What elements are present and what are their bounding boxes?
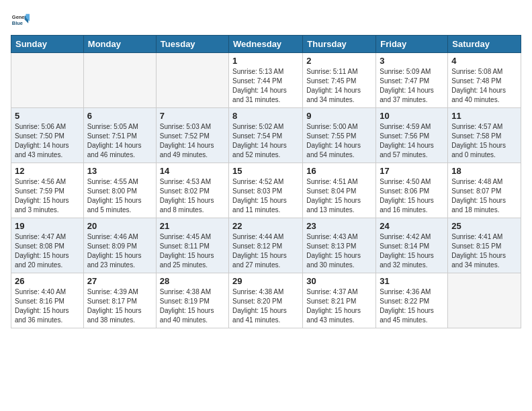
calendar-day-cell: 14Sunrise: 4:53 AM Sunset: 8:02 PM Dayli…: [156, 163, 228, 218]
calendar-day-cell: 21Sunrise: 4:45 AM Sunset: 8:11 PM Dayli…: [156, 218, 228, 273]
day-number: 16: [306, 166, 372, 176]
day-number: 8: [232, 111, 299, 121]
calendar-day-cell: 23Sunrise: 4:43 AM Sunset: 8:13 PM Dayli…: [303, 218, 376, 273]
logo-icon: General Blue: [11, 11, 30, 30]
day-number: 2: [306, 56, 372, 66]
day-number: 20: [87, 221, 152, 231]
day-info: Sunrise: 5:09 AM Sunset: 7:47 PM Dayligh…: [380, 67, 444, 105]
column-header-sunday: Sunday: [11, 36, 84, 53]
calendar-day-cell: 1Sunrise: 5:13 AM Sunset: 7:44 PM Daylig…: [229, 53, 303, 108]
day-info: Sunrise: 5:02 AM Sunset: 7:54 PM Dayligh…: [232, 122, 299, 160]
day-info: Sunrise: 4:59 AM Sunset: 7:56 PM Dayligh…: [380, 122, 444, 160]
calendar-day-cell: 18Sunrise: 4:48 AM Sunset: 8:07 PM Dayli…: [448, 163, 521, 218]
day-number: 13: [87, 166, 152, 176]
day-number: 12: [15, 166, 80, 176]
calendar-week-row: 1Sunrise: 5:13 AM Sunset: 7:44 PM Daylig…: [11, 53, 521, 108]
calendar-day-cell: 16Sunrise: 4:51 AM Sunset: 8:04 PM Dayli…: [303, 163, 376, 218]
day-info: Sunrise: 5:11 AM Sunset: 7:45 PM Dayligh…: [306, 67, 372, 105]
calendar-day-cell: 2Sunrise: 5:11 AM Sunset: 7:45 PM Daylig…: [303, 53, 376, 108]
day-number: 24: [380, 221, 444, 231]
day-number: 9: [306, 111, 372, 121]
day-info: Sunrise: 5:08 AM Sunset: 7:48 PM Dayligh…: [451, 67, 517, 105]
calendar-day-cell: 26Sunrise: 4:40 AM Sunset: 8:16 PM Dayli…: [11, 273, 84, 328]
calendar-day-cell: 29Sunrise: 4:38 AM Sunset: 8:20 PM Dayli…: [229, 273, 303, 328]
day-info: Sunrise: 4:39 AM Sunset: 8:17 PM Dayligh…: [87, 287, 152, 325]
day-number: 10: [380, 111, 444, 121]
day-info: Sunrise: 5:00 AM Sunset: 7:55 PM Dayligh…: [306, 122, 372, 160]
calendar-week-row: 19Sunrise: 4:47 AM Sunset: 8:08 PM Dayli…: [11, 218, 521, 273]
logo: General Blue: [11, 11, 30, 30]
calendar-table: SundayMondayTuesdayWednesdayThursdayFrid…: [11, 35, 521, 328]
day-info: Sunrise: 4:37 AM Sunset: 8:21 PM Dayligh…: [306, 287, 372, 325]
calendar-day-cell: 28Sunrise: 4:38 AM Sunset: 8:19 PM Dayli…: [156, 273, 228, 328]
calendar-day-cell: 12Sunrise: 4:56 AM Sunset: 7:59 PM Dayli…: [11, 163, 84, 218]
column-header-friday: Friday: [376, 36, 448, 53]
calendar-day-cell: 7Sunrise: 5:03 AM Sunset: 7:52 PM Daylig…: [156, 108, 228, 163]
column-header-wednesday: Wednesday: [229, 36, 303, 53]
calendar-day-cell: [448, 273, 521, 328]
day-number: 27: [87, 276, 152, 286]
calendar-day-cell: 15Sunrise: 4:52 AM Sunset: 8:03 PM Dayli…: [229, 163, 303, 218]
calendar-day-cell: 9Sunrise: 5:00 AM Sunset: 7:55 PM Daylig…: [303, 108, 376, 163]
calendar-header-row: SundayMondayTuesdayWednesdayThursdayFrid…: [11, 36, 521, 53]
day-number: 1: [232, 56, 299, 66]
column-header-thursday: Thursday: [303, 36, 376, 53]
day-info: Sunrise: 4:42 AM Sunset: 8:14 PM Dayligh…: [380, 232, 444, 270]
column-header-monday: Monday: [83, 36, 156, 53]
calendar-day-cell: 6Sunrise: 5:05 AM Sunset: 7:51 PM Daylig…: [83, 108, 156, 163]
day-info: Sunrise: 4:41 AM Sunset: 8:15 PM Dayligh…: [451, 232, 517, 270]
day-number: 14: [160, 166, 225, 176]
calendar-day-cell: [11, 53, 84, 108]
day-info: Sunrise: 4:55 AM Sunset: 8:00 PM Dayligh…: [87, 177, 152, 215]
day-number: 15: [232, 166, 299, 176]
calendar-week-row: 5Sunrise: 5:06 AM Sunset: 7:50 PM Daylig…: [11, 108, 521, 163]
day-info: Sunrise: 4:52 AM Sunset: 8:03 PM Dayligh…: [232, 177, 299, 215]
day-info: Sunrise: 4:45 AM Sunset: 8:11 PM Dayligh…: [160, 232, 225, 270]
day-info: Sunrise: 4:53 AM Sunset: 8:02 PM Dayligh…: [160, 177, 225, 215]
day-number: 4: [451, 56, 517, 66]
day-number: 25: [451, 221, 517, 231]
calendar-day-cell: 22Sunrise: 4:44 AM Sunset: 8:12 PM Dayli…: [229, 218, 303, 273]
day-number: 3: [380, 56, 444, 66]
day-info: Sunrise: 4:47 AM Sunset: 8:08 PM Dayligh…: [15, 232, 80, 270]
column-header-tuesday: Tuesday: [156, 36, 228, 53]
day-info: Sunrise: 4:48 AM Sunset: 8:07 PM Dayligh…: [451, 177, 517, 215]
day-number: 26: [15, 276, 80, 286]
day-info: Sunrise: 4:51 AM Sunset: 8:04 PM Dayligh…: [306, 177, 372, 215]
calendar-day-cell: 10Sunrise: 4:59 AM Sunset: 7:56 PM Dayli…: [376, 108, 448, 163]
day-info: Sunrise: 4:38 AM Sunset: 8:19 PM Dayligh…: [160, 287, 225, 325]
day-number: 31: [380, 276, 444, 286]
calendar-day-cell: 27Sunrise: 4:39 AM Sunset: 8:17 PM Dayli…: [83, 273, 156, 328]
day-number: 19: [15, 221, 80, 231]
day-info: Sunrise: 4:44 AM Sunset: 8:12 PM Dayligh…: [232, 232, 299, 270]
calendar-week-row: 12Sunrise: 4:56 AM Sunset: 7:59 PM Dayli…: [11, 163, 521, 218]
day-number: 22: [232, 221, 299, 231]
day-info: Sunrise: 4:40 AM Sunset: 8:16 PM Dayligh…: [15, 287, 80, 325]
calendar-day-cell: 3Sunrise: 5:09 AM Sunset: 7:47 PM Daylig…: [376, 53, 448, 108]
calendar-day-cell: 13Sunrise: 4:55 AM Sunset: 8:00 PM Dayli…: [83, 163, 156, 218]
calendar-day-cell: 30Sunrise: 4:37 AM Sunset: 8:21 PM Dayli…: [303, 273, 376, 328]
day-number: 28: [160, 276, 225, 286]
day-info: Sunrise: 5:06 AM Sunset: 7:50 PM Dayligh…: [15, 122, 80, 160]
calendar-day-cell: [156, 53, 228, 108]
day-number: 6: [87, 111, 152, 121]
day-number: 11: [451, 111, 517, 121]
day-info: Sunrise: 4:36 AM Sunset: 8:22 PM Dayligh…: [380, 287, 444, 325]
day-info: Sunrise: 4:50 AM Sunset: 8:06 PM Dayligh…: [380, 177, 444, 215]
day-number: 21: [160, 221, 225, 231]
day-info: Sunrise: 4:43 AM Sunset: 8:13 PM Dayligh…: [306, 232, 372, 270]
day-number: 7: [160, 111, 225, 121]
day-info: Sunrise: 4:56 AM Sunset: 7:59 PM Dayligh…: [15, 177, 80, 215]
calendar-day-cell: 20Sunrise: 4:46 AM Sunset: 8:09 PM Dayli…: [83, 218, 156, 273]
day-number: 5: [15, 111, 80, 121]
column-header-saturday: Saturday: [448, 36, 521, 53]
calendar-day-cell: [83, 53, 156, 108]
calendar-day-cell: 4Sunrise: 5:08 AM Sunset: 7:48 PM Daylig…: [448, 53, 521, 108]
calendar-day-cell: 24Sunrise: 4:42 AM Sunset: 8:14 PM Dayli…: [376, 218, 448, 273]
day-info: Sunrise: 4:38 AM Sunset: 8:20 PM Dayligh…: [232, 287, 299, 325]
day-info: Sunrise: 5:05 AM Sunset: 7:51 PM Dayligh…: [87, 122, 152, 160]
calendar-day-cell: 11Sunrise: 4:57 AM Sunset: 7:58 PM Dayli…: [448, 108, 521, 163]
day-number: 23: [306, 221, 372, 231]
calendar-day-cell: 31Sunrise: 4:36 AM Sunset: 8:22 PM Dayli…: [376, 273, 448, 328]
calendar-day-cell: 17Sunrise: 4:50 AM Sunset: 8:06 PM Dayli…: [376, 163, 448, 218]
